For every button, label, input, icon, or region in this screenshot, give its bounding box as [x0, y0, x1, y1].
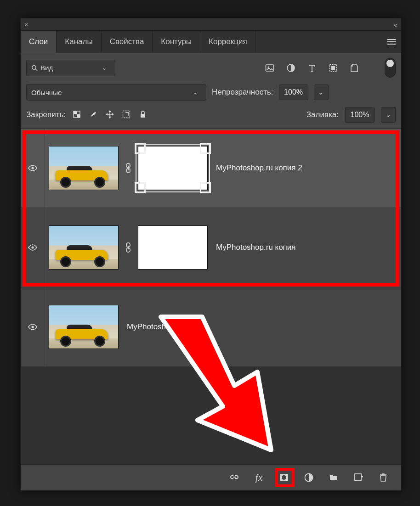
layer-thumbnail[interactable] [49, 225, 119, 270]
visibility-icon [28, 163, 38, 173]
chain-link-icon[interactable] [123, 242, 133, 253]
layer-mask-thumbnail[interactable] [138, 225, 208, 270]
delete-icon [378, 472, 388, 483]
layer-panel-bottom-bar: fx [21, 464, 401, 490]
visibility-toggle[interactable] [21, 287, 45, 366]
tab-label: Слои [29, 37, 48, 46]
adjustment-layer-icon [304, 472, 314, 483]
panel-top-strip: × « [21, 18, 401, 31]
svg-point-12 [31, 167, 34, 169]
lock-label: Закрепить: [26, 110, 66, 119]
opacity-dropdown[interactable]: ⌄ [314, 84, 329, 100]
layer-thumbnail[interactable] [49, 146, 119, 190]
visibility-toggle[interactable] [21, 208, 45, 287]
fx-icon: fx [255, 472, 263, 483]
layer-name[interactable]: MyPhotoshop.ru [127, 322, 184, 332]
tab-label: Контуры [161, 37, 192, 46]
filter-smart-icon[interactable] [349, 62, 360, 73]
layer-thumbnail[interactable] [49, 305, 119, 349]
opacity-value: 100% [284, 88, 303, 96]
filter-text-icon[interactable] [306, 62, 318, 73]
filter-adjust-icon[interactable] [285, 62, 296, 73]
svg-rect-11 [141, 114, 145, 118]
add-mask-button[interactable] [278, 472, 290, 484]
chevron-down-icon: ⌄ [189, 89, 201, 96]
layer-name[interactable]: MyPhotoshop.ru копия [216, 243, 296, 252]
chevron-down-icon: ⌄ [318, 88, 324, 96]
new-group-button[interactable] [328, 472, 340, 484]
chevron-down-icon: ⌄ [98, 65, 110, 71]
layer-row[interactable]: MyPhotoshop.ru копия [21, 208, 401, 287]
tab-label: Свойства [110, 37, 144, 46]
lock-move-icon[interactable] [105, 110, 114, 120]
filter-shape-icon[interactable] [328, 62, 339, 73]
layer-filter-combo[interactable]: Вид ⌄ [26, 60, 115, 76]
chain-link-icon[interactable] [123, 163, 133, 174]
tab-paths[interactable]: Контуры [153, 31, 200, 53]
visibility-toggle[interactable] [21, 129, 45, 208]
delete-layer-button[interactable] [377, 472, 389, 484]
svg-line-1 [35, 69, 37, 71]
panel-menu-icon [387, 39, 396, 45]
add-mask-icon [279, 472, 289, 483]
tab-label: Каналы [65, 37, 92, 46]
blend-mode-combo[interactable]: Обычные ⌄ [26, 84, 206, 101]
new-layer-button[interactable] [352, 472, 364, 484]
panel-menu-button[interactable] [387, 31, 396, 53]
svg-rect-24 [355, 474, 361, 480]
layer-name[interactable]: MyPhotoshop.ru копия 2 [216, 163, 302, 173]
filter-toggle[interactable] [385, 58, 396, 78]
fill-value: 100% [351, 111, 369, 119]
link-icon [229, 472, 239, 483]
search-icon [31, 65, 38, 71]
layer-list: MyPhotoshop.ru копия 2 MyPhotoshop.ru ко… [21, 129, 401, 367]
visibility-icon [28, 242, 38, 253]
new-layer-icon [353, 472, 363, 483]
fill-field[interactable]: 100% [345, 107, 375, 123]
svg-rect-9 [77, 114, 80, 118]
layer-row[interactable]: MyPhotoshop.ru копия 2 [21, 129, 401, 208]
layer-style-button[interactable]: fx [253, 472, 265, 484]
opacity-label: Непрозрачность: [212, 88, 273, 97]
toggle-knob [386, 60, 394, 67]
blend-mode-value: Обычные [31, 89, 62, 96]
close-icon[interactable]: × [24, 21, 28, 28]
tab-properties[interactable]: Свойства [102, 31, 153, 53]
layer-filter-label: Вид [40, 64, 53, 72]
lock-all-icon[interactable] [138, 110, 148, 120]
new-adjustment-layer-button[interactable] [303, 472, 315, 484]
collapse-icon[interactable]: « [394, 21, 397, 28]
tab-layers[interactable]: Слои [21, 31, 57, 53]
svg-point-16 [31, 246, 34, 248]
layer-options: Вид ⌄ [21, 53, 401, 129]
tab-channels[interactable]: Каналы [57, 31, 101, 53]
link-layers-button[interactable] [228, 472, 240, 484]
filter-image-icon[interactable] [264, 62, 275, 73]
layer-filter-icons [264, 62, 360, 73]
tab-adjust[interactable]: Коррекция [200, 31, 256, 53]
fill-label: Заливка: [306, 110, 339, 119]
lock-brush-icon[interactable] [89, 110, 98, 120]
visibility-icon [28, 322, 38, 332]
panel-tabs: Слои Каналы Свойства Контуры Коррекция [21, 31, 401, 53]
svg-rect-8 [74, 111, 77, 114]
fill-dropdown[interactable]: ⌄ [381, 107, 396, 123]
svg-rect-6 [331, 66, 335, 70]
layer-mask-thumbnail[interactable] [138, 146, 208, 190]
layers-panel: × « Слои Каналы Свойства Контуры Коррекц… [20, 18, 402, 491]
svg-point-20 [31, 326, 34, 328]
tab-label: Коррекция [209, 37, 247, 46]
chevron-down-icon: ⌄ [386, 111, 392, 119]
svg-point-22 [282, 475, 286, 480]
layer-row[interactable]: MyPhotoshop.ru [21, 287, 401, 367]
opacity-field[interactable]: 100% [279, 84, 308, 100]
group-icon [329, 472, 339, 483]
svg-point-0 [32, 65, 36, 69]
lock-frame-icon[interactable] [122, 110, 131, 120]
lock-pixels-icon[interactable] [72, 110, 81, 120]
